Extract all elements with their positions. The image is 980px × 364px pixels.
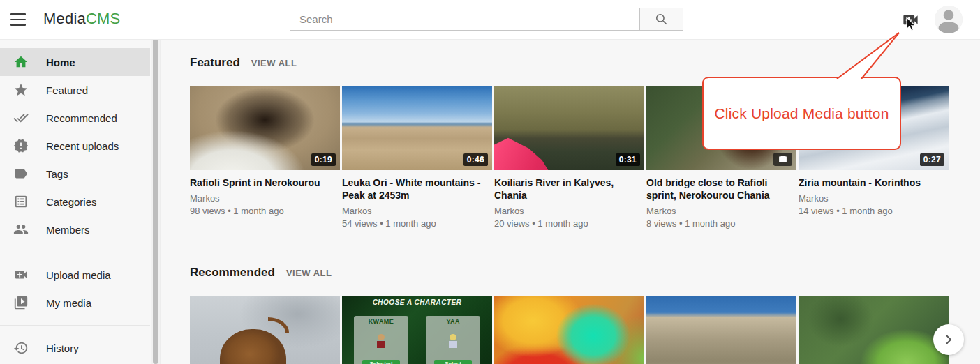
- star-icon: [13, 82, 29, 98]
- video-call-icon: [901, 10, 920, 29]
- sidebar-item-members[interactable]: Members: [0, 215, 150, 243]
- video-thumbnail[interactable]: 0:19: [190, 86, 340, 170]
- search-button[interactable]: [639, 8, 683, 31]
- video-author: Markos: [799, 193, 949, 204]
- upload-media-button[interactable]: [900, 10, 920, 29]
- thumbnail-art: [494, 132, 581, 170]
- sidebar-item-label: Categories: [46, 196, 97, 208]
- sidebar-scrollbar[interactable]: [151, 35, 160, 364]
- top-bar: MediaCMS: [0, 0, 980, 40]
- sidebar-divider: [0, 252, 150, 252]
- game-thumb-name: YAA: [426, 318, 480, 325]
- game-thumb-button: Select: [434, 360, 472, 364]
- sidebar-item-label: History: [46, 342, 79, 354]
- video-thumbnail[interactable]: [646, 296, 796, 364]
- photo-badge: [773, 153, 792, 166]
- video-author: Markos: [646, 206, 796, 216]
- new-releases-icon: [13, 137, 29, 154]
- sidebar-item-upload-media[interactable]: Upload media: [0, 261, 150, 289]
- recommended-row: CHOOSE A CHARACTER KWAME Selected YAA Se…: [190, 296, 949, 364]
- camera-icon: [778, 155, 787, 164]
- sidebar-item-home[interactable]: Home: [0, 48, 150, 76]
- video-thumbnail[interactable]: CHOOSE A CHARACTER KWAME Selected YAA Se…: [342, 296, 492, 364]
- game-thumb-title: CHOOSE A CHARACTER: [342, 298, 492, 306]
- thumbnail-art: [376, 334, 386, 351]
- sidebar-item-my-media[interactable]: My media: [0, 289, 150, 317]
- video-meta: 98 views • 1 month ago: [190, 206, 340, 216]
- person-icon: [935, 6, 963, 33]
- duration-badge: 0:31: [616, 153, 640, 166]
- scrollbar-thumb[interactable]: [153, 35, 158, 364]
- recommended-section-header: Recommended VIEW ALL: [190, 266, 332, 280]
- user-avatar[interactable]: [935, 6, 963, 33]
- video-meta: 54 views • 1 month ago: [342, 218, 492, 229]
- sidebar-item-featured[interactable]: Featured: [0, 76, 150, 104]
- content-divider: [160, 40, 161, 364]
- home-icon: [13, 54, 29, 70]
- video-author: Markos: [342, 206, 492, 216]
- sidebar-item-label: Featured: [46, 84, 88, 96]
- video-card: [646, 296, 796, 364]
- video-title[interactable]: Rafioli Sprint in Nerokourou: [190, 176, 340, 189]
- sidebar-item-label: Home: [46, 56, 75, 68]
- video-thumbnail[interactable]: 0:46: [342, 86, 492, 170]
- video-thumbnail[interactable]: 0:31: [494, 86, 644, 170]
- tag-icon: [13, 165, 29, 182]
- sidebar-item-categories[interactable]: Categories: [0, 188, 150, 215]
- sidebar-item-recommended[interactable]: Recommended: [0, 104, 150, 132]
- video-thumbnail[interactable]: [799, 296, 949, 364]
- recommended-view-all-link[interactable]: VIEW ALL: [286, 268, 332, 278]
- thumbnail-art: YAA Select: [426, 316, 480, 364]
- sidebar-item-label: Tags: [46, 168, 68, 180]
- game-thumb-button: Selected: [362, 360, 400, 364]
- thumbnail-art: [448, 334, 458, 351]
- video-meta: 8 views • 1 month ago: [646, 218, 796, 229]
- video-call-icon: [13, 266, 29, 283]
- video-author: Markos: [494, 206, 644, 216]
- app-logo[interactable]: MediaCMS: [43, 10, 120, 28]
- video-thumbnail[interactable]: [494, 296, 644, 364]
- duration-badge: 0:27: [920, 153, 944, 166]
- video-title[interactable]: Old bridge close to Rafioli sprint, Nero…: [646, 176, 796, 202]
- video-author: Markos: [190, 193, 340, 204]
- mediacms-home-page: MediaCMS: [0, 0, 980, 364]
- people-icon: [13, 221, 29, 238]
- carousel-next-button[interactable]: [933, 324, 964, 355]
- sidebar-item-label: Members: [46, 224, 90, 236]
- thumbnail-art: KWAME Selected: [354, 316, 408, 364]
- search-bar: [290, 8, 683, 31]
- sidebar-item-recent-uploads[interactable]: Recent uploads: [0, 132, 150, 160]
- video-card: 0:31 Koiliaris River in Kalyves, Chania …: [494, 86, 644, 229]
- video-library-icon: [13, 294, 29, 311]
- sidebar-item-label: Recommended: [46, 112, 117, 124]
- sidebar-item-tags[interactable]: Tags: [0, 160, 150, 188]
- sidebar-item-label: My media: [46, 297, 91, 309]
- video-title[interactable]: Koiliaris River in Kalyves, Chania: [494, 176, 644, 202]
- logo-text-media: Media: [43, 10, 86, 27]
- menu-icon[interactable]: [10, 12, 27, 27]
- video-card: CHOOSE A CHARACTER KWAME Selected YAA Se…: [342, 296, 492, 364]
- video-thumbnail[interactable]: [190, 296, 340, 364]
- section-title-recommended: Recommended: [190, 266, 275, 280]
- thumbnail-art: [220, 329, 286, 364]
- video-meta: 14 views • 1 month ago: [799, 206, 949, 216]
- video-card: 0:46 Leuka Ori - White mountains - Peak …: [342, 86, 492, 229]
- search-input[interactable]: [290, 8, 640, 31]
- video-title[interactable]: Leuka Ori - White mountains - Peak at 24…: [342, 176, 492, 202]
- section-title-featured: Featured: [190, 56, 240, 70]
- sidebar-item-label: Upload media: [46, 269, 111, 281]
- featured-view-all-link[interactable]: VIEW ALL: [251, 58, 297, 68]
- video-title[interactable]: Ziria mountain - Korinthos: [799, 176, 949, 189]
- featured-section-header: Featured VIEW ALL: [190, 56, 297, 70]
- sidebar-item-history[interactable]: History: [0, 334, 150, 362]
- video-card: 0:19 Rafioli Sprint in Nerokourou Markos…: [190, 86, 340, 229]
- duration-badge: 0:19: [311, 153, 336, 166]
- video-card: [494, 296, 644, 364]
- chevron-right-icon: [942, 333, 955, 346]
- logo-text-cms: CMS: [86, 10, 121, 27]
- duration-badge: 0:46: [463, 153, 488, 166]
- sidebar: Home Featured Recommended Recent uploads…: [0, 40, 150, 364]
- video-card: [799, 296, 949, 364]
- sidebar-divider: [0, 325, 150, 326]
- sidebar-item-label: Recent uploads: [46, 140, 119, 152]
